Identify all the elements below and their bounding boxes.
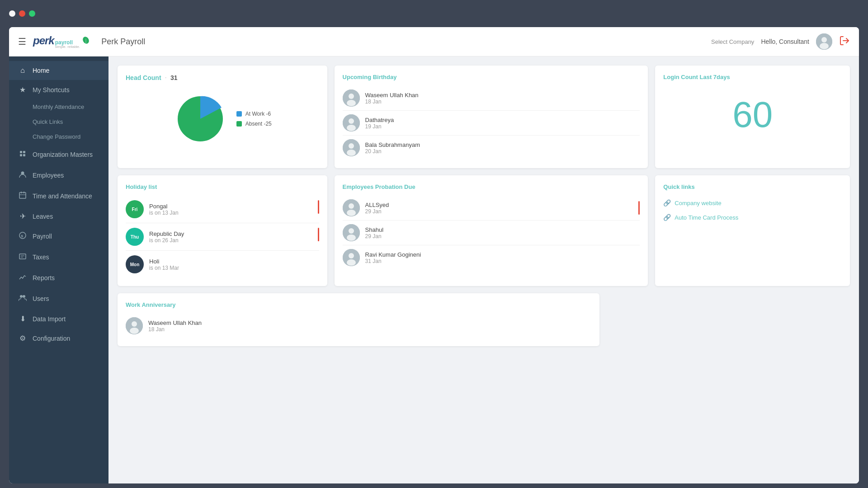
anniversary-info-1: Waseem Ullah Khan 18 Jan [148, 319, 591, 333]
absent-color [236, 121, 242, 127]
svg-rect-6 [20, 151, 22, 153]
holiday-line-2 [318, 228, 319, 241]
cards-row-2: Holiday list Fri Pongal is on 13 Jan [118, 175, 850, 286]
birthday-name-3: Bala Subrahmanyam [365, 141, 640, 148]
logo-perk: perk [33, 34, 54, 47]
greeting-text: Hello, Consultant [761, 38, 809, 45]
maximize-button[interactable] [29, 10, 35, 17]
birthday-name-1: Waseem Ullah Khan [365, 92, 640, 99]
sidebar-item-data-import[interactable]: ⬇ Data Import [9, 309, 108, 328]
login-count-title: Login Count Last 7days [663, 74, 842, 80]
cards-row-1: Head Count · 31 [118, 66, 850, 168]
svg-point-25 [347, 100, 356, 106]
link-icon-1: 🔗 [663, 199, 671, 206]
sidebar-item-employees[interactable]: Employees [9, 165, 108, 186]
holiday-list-title: Holiday list [126, 183, 319, 190]
upcoming-birthday-card: Upcoming Birthday Waseem Ullah Khan 18 J… [335, 66, 648, 168]
sidebar-item-payroll[interactable]: $ Payroll [9, 226, 108, 247]
holiday-date-1: is on 13 Jan [149, 210, 319, 216]
logout-button[interactable] [839, 35, 850, 48]
probation-due-card: Employees Probation Due ALLSyed 29 Jan [335, 175, 648, 286]
svg-rect-7 [23, 151, 25, 153]
hamburger-icon[interactable]: ☰ [18, 36, 26, 47]
birthday-person-1: Waseem Ullah Khan 18 Jan [343, 86, 640, 111]
head-count-header: Head Count · 31 [126, 74, 319, 82]
holiday-badge-3: Mon [126, 255, 144, 273]
employees-icon [18, 170, 27, 180]
holiday-badge-1: Fri [126, 200, 144, 218]
header: ☰ perk payroll simple. reliable. Perk Pa… [9, 27, 859, 56]
sidebar-item-change-password[interactable]: Change Password [9, 129, 108, 144]
work-anniversary-card: Work Anniversary Waseem Ullah Khan 18 Ja… [118, 293, 599, 346]
quick-link-auto-time-card[interactable]: 🔗 Auto Time Card Process [663, 210, 842, 225]
birthday-info-2: Dathatreya 19 Jan [365, 117, 640, 130]
home-icon: ⌂ [18, 66, 27, 75]
logo-payroll-wrap: payroll simple. reliable. [55, 40, 80, 49]
configuration-icon: ⚙ [18, 334, 27, 343]
sidebar-item-organization-masters[interactable]: Organization Masters [9, 144, 108, 165]
svg-point-42 [132, 321, 137, 327]
holiday-list-card: Holiday list Fri Pongal is on 13 Jan [118, 175, 327, 286]
holiday-date-3: is on 13 Mar [149, 265, 319, 271]
main-window: ☰ perk payroll simple. reliable. Perk Pa… [9, 27, 859, 483]
anniversary-avatar-1 [126, 317, 143, 334]
probation-name-2: Shahul [365, 226, 640, 233]
probation-person-3: Ravi Kumar Gogineni 31 Jan [343, 245, 640, 270]
probation-due-title: Employees Probation Due [343, 183, 640, 190]
holiday-info-2: Republic Day is on 26 Jan [149, 230, 319, 244]
svg-point-28 [347, 125, 356, 131]
birthday-name-2: Dathatreya [365, 117, 640, 123]
at-work-label: At Work -6 [245, 111, 271, 117]
sidebar-item-reports[interactable]: Reports [9, 267, 108, 288]
quick-links-card: Quick links 🔗 Company website 🔗 Auto Tim… [655, 175, 850, 286]
data-import-icon: ⬇ [18, 314, 27, 323]
probation-name-3: Ravi Kumar Gogineni [365, 251, 640, 258]
titlebar [0, 0, 868, 27]
head-count-pie-chart [173, 92, 227, 146]
minimize-button[interactable] [19, 10, 25, 17]
sidebar-item-quick-links[interactable]: Quick Links [9, 114, 108, 129]
reports-icon [18, 273, 27, 283]
holiday-day-2: Thu [131, 235, 139, 239]
svg-point-31 [347, 150, 356, 156]
quick-link-company-website[interactable]: 🔗 Company website [663, 196, 842, 210]
upcoming-birthday-title: Upcoming Birthday [343, 74, 640, 80]
work-anniversary-title: Work Anniversary [126, 301, 591, 308]
birthday-date-2: 19 Jan [365, 123, 640, 130]
holiday-badge-2: Thu [126, 228, 144, 246]
leaves-icon: ✈ [18, 212, 27, 221]
birthday-person-3: Bala Subrahmanyam 20 Jan [343, 136, 640, 160]
sidebar-item-users[interactable]: Users [9, 288, 108, 309]
sidebar-item-monthly-attendance[interactable]: Monthly Attendance [9, 99, 108, 114]
probation-avatar-3 [343, 249, 360, 266]
legend-absent: Absent -25 [236, 121, 272, 127]
holiday-date-2: is on 26 Jan [149, 237, 319, 244]
holiday-name-2: Republic Day [149, 230, 319, 237]
quick-links-sidebar-label: Quick Links [33, 118, 63, 125]
svg-point-33 [349, 203, 354, 209]
svg-point-43 [130, 328, 139, 334]
anniversary-date-1: 18 Jan [148, 326, 591, 333]
svg-point-36 [349, 228, 354, 234]
head-count-dot: · [165, 74, 167, 82]
sidebar-item-leaves[interactable]: ✈ Leaves [9, 206, 108, 226]
probation-name-1: ALLSyed [365, 202, 633, 208]
sidebar-item-configuration[interactable]: ⚙ Configuration [9, 328, 108, 348]
select-company-label[interactable]: Select Company [711, 38, 754, 45]
svg-rect-8 [20, 154, 22, 156]
probation-person-2: Shahul 29 Jan [343, 221, 640, 245]
svg-point-30 [349, 143, 354, 149]
head-count-number: 31 [170, 74, 178, 81]
change-password-label: Change Password [33, 133, 80, 140]
svg-point-24 [349, 94, 354, 99]
birthday-avatar-3 [343, 139, 360, 156]
holiday-name-1: Pongal [149, 203, 319, 210]
logo-area: perk payroll simple. reliable. [33, 34, 90, 49]
sidebar-item-time-attendance[interactable]: Time and Attendance [9, 186, 108, 206]
sidebar-item-my-shortcuts[interactable]: ★ My Shortcuts [9, 80, 108, 99]
close-button[interactable] [9, 10, 15, 17]
holiday-name-3: Holi [149, 258, 319, 265]
anniversary-person-1: Waseem Ullah Khan 18 Jan [126, 314, 591, 338]
sidebar-item-home[interactable]: ⌂ Home [9, 61, 108, 80]
sidebar-item-taxes[interactable]: Taxes [9, 247, 108, 267]
